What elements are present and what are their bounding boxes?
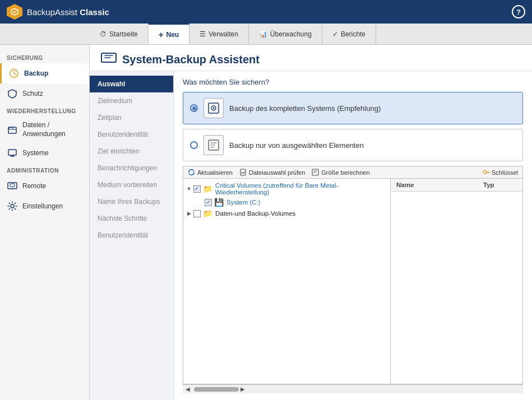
tab-ueberwachung-label: Überwachung bbox=[270, 30, 312, 38]
detail-header: Name Typ bbox=[391, 179, 522, 192]
file-tree[interactable]: ▼ ✓ 📁 Critical Volumes (zutreffend für B… bbox=[183, 179, 391, 384]
tree-row[interactable]: ✓ 💾 System (C:) bbox=[183, 197, 390, 208]
step-benutzeridentitaet-1: Benutzeridentität bbox=[90, 126, 173, 143]
dateiauswahl-button[interactable]: Dateiauswahl prüfen bbox=[239, 169, 305, 176]
svg-point-11 bbox=[213, 108, 215, 109]
logo-svg bbox=[10, 7, 19, 16]
option-full-icon bbox=[203, 98, 224, 118]
schluessel-label: Schlüssel bbox=[492, 169, 518, 176]
tab-neu-label: Neu bbox=[166, 31, 179, 39]
einstellungen-icon bbox=[7, 201, 18, 212]
scrollbar-thumb[interactable] bbox=[194, 387, 239, 392]
tab-startseite[interactable]: ⏱ Startseite bbox=[90, 24, 149, 44]
tree-expand-daten[interactable]: ▶ bbox=[186, 210, 192, 217]
sidebar-section-sicherung: SICHERUNG Backup Schutz bbox=[0, 50, 89, 104]
help-button[interactable]: ? bbox=[512, 5, 525, 18]
sidebar-item-schutz[interactable]: Schutz bbox=[0, 83, 89, 104]
step-benutzeridentitaet-2: Benutzeridentität bbox=[90, 227, 173, 244]
sidebar-section-administration: ADMINISTRATION Remote bbox=[0, 163, 89, 216]
systeme-label: Systeme bbox=[22, 149, 49, 157]
app-logo: BackupAssist Classic bbox=[7, 4, 109, 20]
page-header-icon bbox=[101, 52, 117, 67]
inner-layout: Auswahl Zielmedium Zeitplan Benutzeriden… bbox=[90, 71, 532, 400]
page-title: System-Backup Assistent bbox=[122, 53, 260, 66]
app-title: BackupAssist Classic bbox=[27, 7, 109, 17]
tab-verwalten-icon: ☰ bbox=[200, 30, 206, 38]
svg-rect-5 bbox=[10, 184, 15, 187]
schutz-label: Schutz bbox=[22, 90, 43, 97]
sidebar-section-label-wiederherstellung: WIEDERHERSTELLUNG bbox=[0, 104, 89, 117]
tab-ueberwachung-icon: 📊 bbox=[259, 30, 267, 38]
tab-berichte-label: Berichte bbox=[341, 30, 366, 38]
svg-rect-13 bbox=[240, 169, 246, 175]
dateiauswahl-label: Dateiauswahl prüfen bbox=[249, 169, 305, 176]
svg-point-6 bbox=[12, 188, 13, 189]
tab-berichte[interactable]: ✓ Berichte bbox=[322, 24, 376, 44]
tab-startseite-label: Startseite bbox=[109, 30, 138, 38]
step-zeitplan: Zeitplan bbox=[90, 109, 173, 126]
detail-panel: Name Typ bbox=[391, 179, 522, 384]
step-name-backup: Name Ihres Backups bbox=[90, 193, 173, 210]
logo-icon bbox=[7, 4, 22, 20]
groesse-button[interactable]: Größe berechnen bbox=[312, 169, 369, 176]
sidebar-item-systeme[interactable]: Systeme bbox=[0, 143, 89, 163]
tree-label-critical: Critical Volumes (zutreffend für Bare Me… bbox=[215, 182, 388, 196]
sidebar-item-remote[interactable]: Remote bbox=[0, 176, 89, 196]
option-selected-label: Backup nur von ausgewählten Elementen bbox=[229, 141, 364, 150]
sidebar-item-dateien[interactable]: Dateien /Anwendungen bbox=[0, 117, 89, 143]
main-content: Was möchten Sie sichern? Backup des komp… bbox=[174, 71, 532, 400]
option-selected-radio[interactable] bbox=[190, 141, 198, 149]
groesse-label: Größe berechnen bbox=[321, 169, 369, 176]
refresh-icon bbox=[188, 169, 195, 176]
aktualisieren-button[interactable]: Aktualisieren bbox=[188, 169, 233, 176]
tree-row[interactable]: ▼ ✓ 📁 Critical Volumes (zutreffend für B… bbox=[183, 181, 390, 197]
size-icon bbox=[312, 169, 319, 176]
backup-icon bbox=[8, 68, 20, 79]
dateien-label: Dateien /Anwendungen bbox=[22, 121, 66, 138]
sidebar-item-einstellungen[interactable]: Einstellungen bbox=[0, 196, 89, 216]
tab-verwalten[interactable]: ☰ Verwalten bbox=[189, 24, 249, 44]
tree-label-daten: Daten-und Backup-Volumes bbox=[215, 210, 295, 217]
step-auswahl[interactable]: Auswahl bbox=[90, 76, 173, 92]
tab-verwalten-label: Verwalten bbox=[209, 30, 238, 38]
tree-checkbox-system[interactable]: ✓ bbox=[205, 199, 212, 206]
file-check-icon bbox=[239, 169, 247, 176]
scroll-right-arrow[interactable]: ▶ bbox=[239, 386, 247, 392]
option-full-backup[interactable]: Backup des kompletten Systems (Empfehlun… bbox=[183, 92, 523, 124]
backup-label: Backup bbox=[24, 69, 48, 77]
schluessel-button[interactable]: Schlüssel bbox=[482, 169, 518, 176]
option-full-radio[interactable] bbox=[190, 104, 198, 112]
scroll-left-arrow[interactable]: ◀ bbox=[184, 386, 192, 392]
remote-label: Remote bbox=[22, 182, 46, 190]
step-ziel-einrichten: Ziel einrichten bbox=[90, 143, 173, 160]
tree-checkbox-daten[interactable] bbox=[193, 210, 201, 217]
sidebar: SICHERUNG Backup Schutz bbox=[0, 45, 90, 400]
tab-neu-icon: + bbox=[159, 30, 164, 39]
option-full-label: Backup des kompletten Systems (Empfehlun… bbox=[229, 104, 381, 113]
section-question: Was möchten Sie sichern? bbox=[183, 78, 523, 86]
remote-icon bbox=[7, 180, 18, 192]
sidebar-section-label-administration: ADMINISTRATION bbox=[0, 163, 89, 176]
tree-expand-critical[interactable]: ▼ bbox=[186, 185, 192, 192]
tree-checkbox-critical[interactable]: ✓ bbox=[193, 185, 201, 193]
content-area: System-Backup Assistent Auswahl Zielmedi… bbox=[90, 45, 532, 400]
tree-expand-system bbox=[197, 199, 203, 206]
tree-row[interactable]: ▶ 📁 Daten-und Backup-Volumes bbox=[183, 208, 390, 219]
sidebar-item-backup[interactable]: Backup bbox=[0, 63, 89, 83]
schutz-icon bbox=[7, 88, 18, 99]
tab-neu[interactable]: + Neu bbox=[149, 24, 189, 44]
step-zielmedium: Zielmedium bbox=[90, 92, 173, 109]
horizontal-scrollbar[interactable]: ◀ ▶ bbox=[183, 384, 523, 393]
option-selected-icon bbox=[203, 135, 224, 155]
einstellungen-label: Einstellungen bbox=[22, 202, 63, 210]
col-type-header: Typ bbox=[478, 179, 522, 191]
tab-ueberwachung[interactable]: 📊 Überwachung bbox=[249, 24, 322, 44]
option-selected-backup[interactable]: Backup nur von ausgewählten Elementen bbox=[183, 129, 523, 161]
col-name-header: Name bbox=[391, 179, 478, 191]
systeme-icon bbox=[7, 147, 18, 159]
tree-icon-daten: 📁 bbox=[203, 209, 212, 218]
step-naechste-schritte: Nächste Schritte bbox=[90, 210, 173, 227]
tree-panel-container: ▼ ✓ 📁 Critical Volumes (zutreffend für B… bbox=[183, 178, 523, 384]
step-medium-vorbereiten: Medium vorbereiten bbox=[90, 176, 173, 193]
tab-bar: ⏱ Startseite + Neu ☰ Verwalten 📊 Überwac… bbox=[0, 24, 532, 45]
